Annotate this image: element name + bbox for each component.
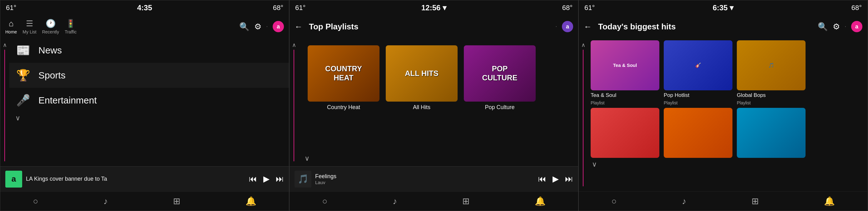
- nav-bar-3: ← Today's biggest hits 🔍 ⚙ · a: [579, 15, 867, 38]
- bottom-grid-1[interactable]: ⊞: [173, 196, 180, 206]
- play-button-2[interactable]: ▶: [553, 174, 559, 184]
- nav-recently-label: Recently: [42, 29, 59, 34]
- playlist-name-all-hits: All Hits: [413, 104, 430, 111]
- nav-recently[interactable]: 🕐 Recently: [42, 19, 59, 34]
- menu-item-news[interactable]: 📰 News: [9, 38, 289, 63]
- temp-left-3: 61°: [584, 4, 595, 12]
- bottom-grid-3[interactable]: ⊞: [751, 196, 759, 206]
- hit-type-tea-soul: Playlist: [591, 100, 659, 106]
- news-icon: 📰: [15, 44, 31, 57]
- bottom-nav-2: ○ ♪ ⊞ 🔔: [289, 191, 578, 211]
- settings-icon-1[interactable]: ⚙: [254, 22, 261, 32]
- menu-label-news: News: [38, 45, 62, 56]
- hit-tea-soul[interactable]: Tea & Soul Tea & Soul Playlist: [591, 40, 659, 106]
- bottom-bell-1[interactable]: 🔔: [246, 196, 256, 206]
- playlist-name-country-heat: Country Heat: [327, 104, 360, 111]
- playlist-name-pop-culture: Pop Culture: [485, 104, 515, 111]
- bottom-home-1[interactable]: ○: [33, 196, 38, 206]
- scroll-up-1[interactable]: ∧: [3, 41, 7, 49]
- page-title-3: Today's biggest hits: [598, 22, 814, 32]
- nav-actions-2: · a: [556, 21, 573, 32]
- bottom-grid-2[interactable]: ⊞: [462, 196, 469, 206]
- home-icon: ⌂: [9, 19, 14, 28]
- hit-name-pop-hotlist: Pop Hotlist: [664, 92, 733, 98]
- hit-global-bops[interactable]: 🎵 Global Bops Playlist: [737, 40, 806, 106]
- hits-row-2: [591, 108, 864, 158]
- temp-left-2: 61°: [295, 4, 306, 12]
- hit-row2a[interactable]: [591, 108, 659, 158]
- next-button-2[interactable]: ⏭: [565, 174, 573, 184]
- bottom-music-3[interactable]: ♪: [682, 196, 686, 206]
- recently-icon: 🕐: [45, 19, 56, 28]
- menu-item-sports[interactable]: 🏆 Sports: [9, 63, 289, 88]
- bottom-home-3[interactable]: ○: [611, 196, 617, 206]
- main-area-3: ∧ Tea & Soul Tea & Soul Playlist 🎸: [579, 38, 867, 191]
- play-button-1[interactable]: ▶: [263, 174, 270, 184]
- dot-sep-3: ·: [845, 24, 846, 29]
- avatar-3[interactable]: a: [851, 21, 862, 32]
- player-thumbnail-2: 🎵: [294, 171, 311, 187]
- hit-row2b[interactable]: [664, 108, 733, 158]
- bottom-music-2[interactable]: ♪: [393, 196, 397, 206]
- hit-art-tea-soul: Tea & Soul: [591, 40, 659, 90]
- nav-home-label: Home: [5, 29, 17, 34]
- prev-button-1[interactable]: ⏮: [249, 174, 257, 184]
- avatar-2[interactable]: a: [562, 21, 573, 32]
- temp-right-1: 68°: [273, 4, 283, 12]
- nav-home[interactable]: ⌂ Home: [5, 19, 17, 34]
- bottom-home-2[interactable]: ○: [322, 196, 327, 206]
- settings-icon-3[interactable]: ⚙: [833, 22, 840, 32]
- search-icon-3[interactable]: 🔍: [818, 22, 828, 32]
- menu-label-sports: Sports: [38, 70, 66, 81]
- player-title-1: LA Kings cover banner due to Ta: [26, 176, 245, 182]
- nav-mylist[interactable]: ☰ My List: [23, 19, 36, 34]
- nav-icon-group-1: ⌂ Home ☰ My List 🕐 Recently 🚦 Traffic: [5, 19, 236, 34]
- search-icon-1[interactable]: 🔍: [239, 22, 249, 32]
- hit-pop-hotlist[interactable]: 🎸 Pop Hotlist Playlist: [664, 40, 733, 106]
- bottom-bell-2[interactable]: 🔔: [535, 196, 546, 206]
- scroll-indicator-3: ∧: [579, 38, 588, 191]
- dot-separator-1: ·: [267, 24, 268, 29]
- screen-2: 61° 12:56 ▾ 68° ← Top Playlists · a ∧ CO…: [289, 0, 579, 211]
- bottom-bell-3[interactable]: 🔔: [824, 196, 835, 206]
- temp-right-3: 68°: [851, 4, 862, 12]
- playlist-item-pop-culture[interactable]: POPCULTURE Pop Culture: [464, 45, 536, 149]
- back-button-2[interactable]: ←: [294, 22, 303, 32]
- hit-type-global-bops: Playlist: [737, 100, 806, 106]
- temp-left-1: 61°: [6, 4, 16, 12]
- playlist-art-country-heat: COUNTRYHEAT: [308, 45, 379, 101]
- back-button-3[interactable]: ←: [584, 22, 592, 32]
- next-button-1[interactable]: ⏭: [276, 174, 284, 184]
- playlist-item-country-heat[interactable]: COUNTRYHEAT Country Heat: [308, 45, 379, 149]
- status-bar-2: 61° 12:56 ▾ 68°: [289, 0, 578, 15]
- bottom-music-1[interactable]: ♪: [103, 196, 108, 206]
- menu-item-entertainment[interactable]: 🎤 Entertainment: [9, 88, 289, 113]
- entertainment-icon: 🎤: [15, 94, 31, 107]
- scroll-line-2: [293, 50, 294, 161]
- sports-icon: 🏆: [15, 69, 31, 82]
- prev-button-2[interactable]: ⏮: [538, 174, 546, 184]
- page-title-2: Top Playlists: [309, 22, 552, 32]
- player-info-2: Feelings Lauv: [315, 173, 534, 185]
- scroll-down-1[interactable]: ∨: [15, 114, 20, 122]
- playlist-art-all-hits: ALL HITS: [386, 45, 458, 101]
- avatar-1[interactable]: a: [273, 21, 284, 32]
- scroll-up-3[interactable]: ∧: [581, 41, 585, 49]
- nav-actions-3: 🔍 ⚙ · a: [818, 21, 862, 32]
- player-bar-2: 🎵 Feelings Lauv ⏮ ▶ ⏭: [289, 166, 578, 191]
- time-1: 4:35: [137, 3, 152, 12]
- scroll-down-3[interactable]: ∨: [592, 160, 597, 169]
- scroll-up-2[interactable]: ∧: [292, 41, 296, 49]
- player-bar-1: a LA Kings cover banner due to Ta ⏮ ▶ ⏭: [0, 166, 289, 191]
- bottom-nav-1: ○ ♪ ⊞ 🔔: [0, 191, 289, 211]
- hit-row2c[interactable]: [737, 108, 806, 158]
- scroll-down-2[interactable]: ∨: [305, 154, 310, 162]
- playlist-item-all-hits[interactable]: ALL HITS All Hits: [386, 45, 458, 149]
- player-controls-1: ⏮ ▶ ⏭: [249, 174, 284, 184]
- player-artist-2: Lauv: [315, 180, 534, 185]
- player-info-1: LA Kings cover banner due to Ta: [26, 176, 245, 182]
- scroll-indicator-2: ∧: [289, 38, 298, 166]
- time-2: 12:56 ▾: [421, 3, 446, 12]
- hit-art-row2c: [737, 108, 806, 158]
- nav-traffic[interactable]: 🚦 Traffic: [65, 19, 76, 34]
